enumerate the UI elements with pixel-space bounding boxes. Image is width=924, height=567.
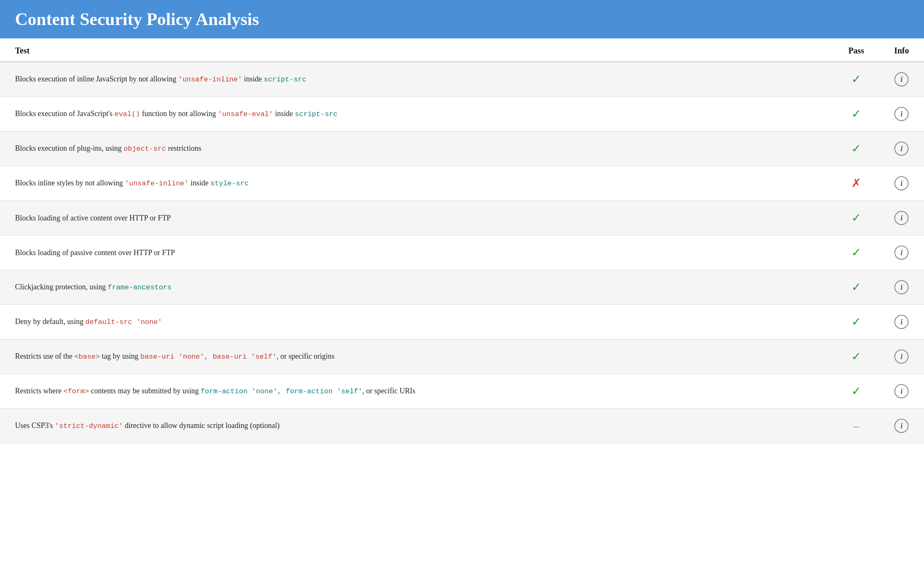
pass-cell: ✓ <box>833 201 879 235</box>
pass-cell: ✓ <box>833 270 879 305</box>
test-cell: Blocks execution of JavaScript's eval() … <box>0 97 833 132</box>
test-cell: Blocks loading of active content over HT… <box>0 201 833 235</box>
header: Content Security Policy Analysis <box>0 0 924 38</box>
code-teal-text: frame-ancestors <box>108 284 172 291</box>
table-row: Deny by default, using default-src 'none… <box>0 305 924 339</box>
info-cell: i <box>879 374 924 409</box>
table-row: Restricts where <form> contents may be s… <box>0 374 924 409</box>
test-cell: Restricts where <form> contents may be s… <box>0 374 833 409</box>
code-teal-text: script-src <box>295 110 338 118</box>
info-cell: i <box>879 409 924 443</box>
table-container: Test Pass Info Blocks execution of inlin… <box>0 38 924 443</box>
info-icon[interactable]: i <box>894 211 909 225</box>
cross-icon: ✗ <box>851 177 861 190</box>
test-cell: Blocks execution of inline JavaScript by… <box>0 62 833 97</box>
info-cell: i <box>879 97 924 132</box>
pass-cell: ✓ <box>833 62 879 97</box>
info-cell: i <box>879 270 924 305</box>
test-cell: Blocks execution of plug-ins, using obje… <box>0 132 833 166</box>
check-icon: ✓ <box>851 315 861 328</box>
info-cell: i <box>879 62 924 97</box>
code-red-text: 'unsafe-inline' <box>178 76 242 84</box>
code-red-text: 'strict-dynamic' <box>55 422 123 430</box>
code-red-text: object-src <box>124 145 166 153</box>
code-red-text: <base> <box>74 353 100 361</box>
table-row: Blocks execution of inline JavaScript by… <box>0 62 924 97</box>
pass-cell: – <box>833 409 879 443</box>
table-row: Blocks inline styles by not allowing 'un… <box>0 166 924 201</box>
table-row: Restricts use of the <base> tag by using… <box>0 339 924 374</box>
check-icon: ✓ <box>851 107 861 120</box>
info-icon[interactable]: i <box>894 176 909 190</box>
code-teal-text: style-src <box>210 180 249 187</box>
info-icon[interactable]: i <box>894 107 909 121</box>
table-row: Blocks loading of active content over HT… <box>0 201 924 235</box>
table-row: Blocks execution of plug-ins, using obje… <box>0 132 924 166</box>
pass-cell: ✗ <box>833 166 879 201</box>
test-cell: Restricts use of the <base> tag by using… <box>0 339 833 374</box>
pass-cell: ✓ <box>833 97 879 132</box>
info-icon[interactable]: i <box>894 384 909 398</box>
info-cell: i <box>879 305 924 339</box>
info-icon[interactable]: i <box>894 349 909 364</box>
test-cell: Blocks loading of passive content over H… <box>0 235 833 270</box>
code-red-text: 'unsafe-eval' <box>218 110 273 118</box>
test-cell: Uses CSP3's 'strict-dynamic' directive t… <box>0 409 833 443</box>
code-red-text: base-uri 'none', base-uri 'self' <box>140 353 276 361</box>
table-row: Blocks execution of JavaScript's eval() … <box>0 97 924 132</box>
info-cell: i <box>879 339 924 374</box>
pass-cell: ✓ <box>833 305 879 339</box>
info-icon[interactable]: i <box>894 246 909 260</box>
test-cell: Deny by default, using default-src 'none… <box>0 305 833 339</box>
table-row: Blocks loading of passive content over H… <box>0 235 924 270</box>
table-row: Uses CSP3's 'strict-dynamic' directive t… <box>0 409 924 443</box>
col-header-info: Info <box>879 38 924 62</box>
code-teal-text: script-src <box>264 76 306 84</box>
check-icon: ✓ <box>851 211 861 224</box>
pass-cell: ✓ <box>833 339 879 374</box>
code-red-text: default-src 'none' <box>85 318 162 326</box>
check-icon: ✓ <box>851 142 861 155</box>
table-row: Clickjacking protection, using frame-anc… <box>0 270 924 305</box>
check-icon: ✓ <box>851 281 861 294</box>
info-cell: i <box>879 166 924 201</box>
info-icon[interactable]: i <box>894 315 909 329</box>
info-icon[interactable]: i <box>894 142 909 156</box>
dash-icon: – <box>853 419 859 432</box>
pass-cell: ✓ <box>833 235 879 270</box>
csp-table: Test Pass Info Blocks execution of inlin… <box>0 38 924 443</box>
info-icon[interactable]: i <box>894 72 909 86</box>
code-red-text: <form> <box>63 387 89 395</box>
code-red-text: eval() <box>114 110 140 118</box>
check-icon: ✓ <box>851 350 861 363</box>
pass-cell: ✓ <box>833 374 879 409</box>
check-icon: ✓ <box>851 73 861 86</box>
info-cell: i <box>879 201 924 235</box>
col-header-test: Test <box>0 38 833 62</box>
code-teal-text: form-action 'none', form-action 'self' <box>201 387 363 395</box>
test-cell: Clickjacking protection, using frame-anc… <box>0 270 833 305</box>
test-cell: Blocks inline styles by not allowing 'un… <box>0 166 833 201</box>
code-red-text: 'unsafe-inline' <box>125 180 189 187</box>
info-cell: i <box>879 132 924 166</box>
table-header-row: Test Pass Info <box>0 38 924 62</box>
page-title: Content Security Policy Analysis <box>15 9 909 29</box>
info-icon[interactable]: i <box>894 419 909 433</box>
pass-cell: ✓ <box>833 132 879 166</box>
check-icon: ✓ <box>851 246 861 259</box>
col-header-pass: Pass <box>833 38 879 62</box>
info-icon[interactable]: i <box>894 280 909 294</box>
check-icon: ✓ <box>851 385 861 397</box>
info-cell: i <box>879 235 924 270</box>
